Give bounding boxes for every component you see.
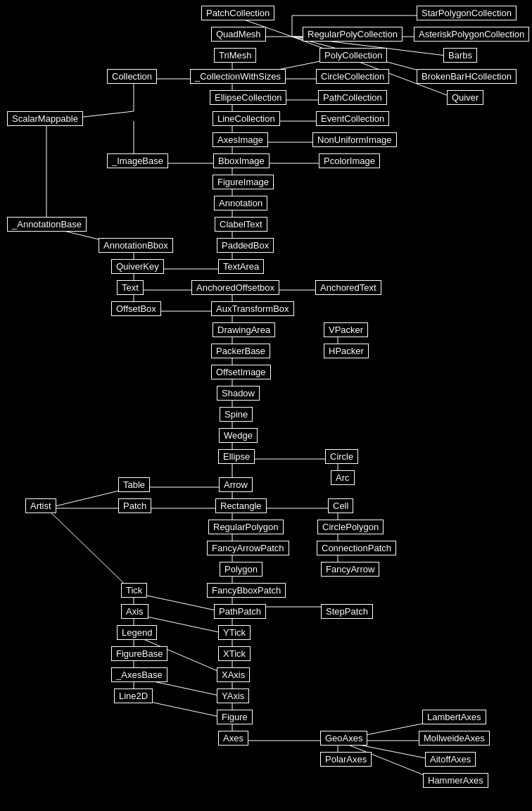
node-annotation: Annotation	[214, 196, 267, 210]
node-vpacker: VPacker	[324, 322, 368, 337]
node-artist: Artist	[25, 498, 56, 513]
node-starpolygoncollection: StarPolygonCollection	[417, 6, 517, 20]
node-wedge: Wedge	[219, 428, 258, 443]
node-paddedbox: PaddedBox	[217, 238, 274, 253]
node-text: Text	[117, 280, 144, 295]
node-eventcollection: EventCollection	[316, 111, 389, 126]
node-xaxis: XAxis	[217, 667, 250, 682]
node-mollweideaxes: MollweideAxes	[419, 731, 490, 746]
node-arc: Arc	[331, 470, 355, 485]
node-clabeltext: ClabelText	[215, 217, 267, 232]
node-auxtransformbox: AuxTransformBox	[211, 301, 294, 316]
node--collectionwithsizes: _CollectionWithSizes	[190, 69, 286, 84]
node-quadmesh: QuadMesh	[211, 27, 266, 42]
node-collection: Collection	[107, 69, 157, 84]
node-ellipsecollection: EllipseCollection	[210, 90, 286, 105]
node-circlepolygon: CirclePolygon	[317, 520, 384, 534]
node-hammeraxes: HammerAxes	[423, 773, 488, 788]
node-anchoredtext: AnchoredText	[315, 280, 381, 295]
node-tick: Tick	[121, 583, 147, 598]
node-figureimage: FigureImage	[213, 175, 274, 189]
node-drawingarea: DrawingArea	[213, 322, 275, 337]
node-brokenbarhcollection: BrokenBarHCollection	[417, 69, 517, 84]
node-figurebase: FigureBase	[111, 646, 167, 661]
node-patch: Patch	[118, 498, 151, 513]
node-pathcollection: PathCollection	[318, 90, 387, 105]
node-regularpolygon: RegularPolygon	[208, 520, 284, 534]
node--annotationbase: _AnnotationBase	[7, 217, 87, 232]
node-polycollection: PolyCollection	[319, 48, 387, 63]
node-steppatch: StepPatch	[321, 604, 373, 619]
node-circle: Circle	[325, 449, 358, 464]
node-legend: Legend	[117, 625, 157, 640]
node-ellipse: Ellipse	[218, 449, 255, 464]
node-pcolorimage: PcolorImage	[319, 153, 380, 168]
node-shadow: Shadow	[217, 386, 260, 401]
node-hpacker: HPacker	[324, 344, 369, 358]
node-polaraxes: PolarAxes	[320, 752, 372, 767]
node-circlecollection: CircleCollection	[316, 69, 389, 84]
node-yaxis: YAxis	[217, 689, 249, 703]
node-arrow: Arrow	[219, 477, 253, 492]
node-polygon: Polygon	[220, 562, 262, 577]
node-linecollection: LineCollection	[213, 111, 280, 126]
node-pathpatch: PathPatch	[214, 604, 266, 619]
node-annotationbbox: AnnotationBbox	[99, 238, 173, 253]
node-figure: Figure	[217, 710, 253, 724]
node-connectionpatch: ConnectionPatch	[317, 541, 396, 555]
node--axesbase: _AxesBase	[111, 667, 167, 682]
node-fancyarrowpatch: FancyArrowPatch	[207, 541, 289, 555]
node-fancyarrow: FancyArrow	[321, 562, 379, 577]
node-fancybboxpatch: FancyBboxPatch	[207, 583, 286, 598]
node-table: Table	[118, 477, 150, 492]
node--imagebase: _ImageBase	[107, 153, 168, 168]
node-asteriskpolygoncollection: AsteriskPolygonCollection	[414, 27, 529, 42]
node-barbs: Barbs	[443, 48, 477, 63]
node-aitoffaxes: AitoffAxes	[425, 752, 476, 767]
node-xtick: XTick	[218, 646, 251, 661]
node-offsetimage: OffsetImage	[211, 365, 271, 379]
node-offsetbox: OffsetBox	[111, 301, 161, 316]
node-axis: Axis	[121, 604, 148, 619]
node-axesimage: AxesImage	[213, 132, 268, 147]
node-anchoredoffsetbox: AnchoredOffsetbox	[191, 280, 279, 295]
node-axes: Axes	[218, 731, 248, 746]
node-scalarmappable: ScalarMappable	[7, 111, 83, 126]
node-cell: Cell	[328, 498, 353, 513]
node-packerbase: PackerBase	[211, 344, 270, 358]
node-nonuniformimage: NonUniformImage	[312, 132, 397, 147]
node-trimesh: TriMesh	[214, 48, 256, 63]
node-rectangle: Rectangle	[215, 498, 267, 513]
node-lambertaxes: LambertAxes	[422, 710, 486, 724]
svg-line-79	[46, 508, 134, 593]
node-ytick: YTick	[218, 625, 251, 640]
node-patchcollection: PatchCollection	[201, 6, 274, 20]
node-geoaxes: GeoAxes	[320, 731, 367, 746]
node-spine: Spine	[220, 407, 253, 422]
node-line2d: Line2D	[114, 689, 153, 703]
node-bboximage: BboxImage	[213, 153, 270, 168]
node-quiverkey: QuiverKey	[111, 259, 164, 274]
node-quiver: Quiver	[447, 90, 483, 105]
node-regularpolycollection: RegularPolyCollection	[303, 27, 403, 42]
node-textarea: TextArea	[218, 259, 264, 274]
